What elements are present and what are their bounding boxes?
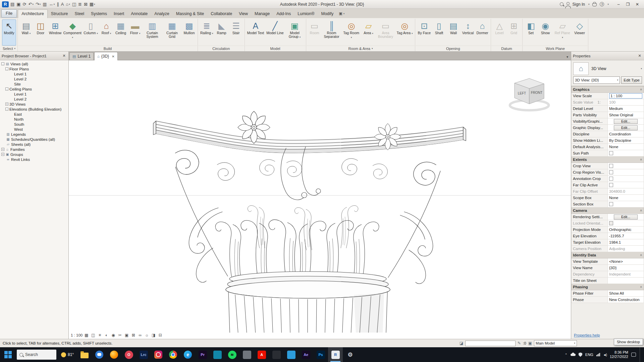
menu-tab-file[interactable]: File [1,9,17,18]
taskbar-search[interactable]: Search [17,350,56,360]
viewcube-left-face[interactable]: LEFT [518,92,526,95]
help-caret-icon[interactable]: ▾ [607,3,609,6]
temporary-hide-isolate-icon[interactable]: ∞ [137,333,143,338]
tool-railing-button[interactable]: ≣Railing ▾ [199,19,214,46]
taskbar-app-lightroom-classic[interactable]: Lrc [136,347,151,362]
dropdown-caret-icon[interactable]: ▾ [72,36,73,39]
tool-by-face-button[interactable]: ⊡By Face [417,19,432,46]
tree-item-views-all[interactable]: -▤Views (all) [0,61,68,66]
prop-value-view-name[interactable]: {3D} [608,265,644,271]
prop-value-far-clip-active[interactable] [608,182,644,188]
volume-icon[interactable]: ◄) [603,353,607,357]
qat-undo-icon[interactable]: ↶▾ [28,1,34,7]
prop-value-show-hidden-li[interactable]: By Discipline [608,137,644,144]
maximize-button[interactable]: ❐ [623,1,633,8]
tool-area-button[interactable]: ▱Area ▾ [362,19,376,46]
type-selector-caret-icon[interactable]: ▾ [617,79,619,81]
checkbox-section-box[interactable] [609,202,613,206]
tab-close-icon[interactable]: ✕ [112,55,114,58]
prop-value-target-elevation[interactable]: 1984.1 [608,239,644,246]
dropdown-caret-icon[interactable]: ▾ [96,32,98,35]
ribbon-display-toggle[interactable]: ▣ ▾ [337,11,346,18]
taskbar-app-photoshop[interactable]: Ps [313,347,328,362]
tool-set-button[interactable]: ◧Set [524,19,538,46]
prop-value-parts-visibility[interactable]: Show Original [608,112,644,118]
taskbar-app-blue-app[interactable] [284,347,299,362]
qat-aligned-dimension-icon[interactable]: ∥ [56,1,59,7]
tree-item-north[interactable]: North [0,117,68,122]
tool-roof-button[interactable]: ⌂Roof ▾ [99,19,113,46]
tree-expander-icon[interactable]: + [1,153,4,156]
tool-model-line-button[interactable]: ╱Model Line [265,19,284,46]
tool-stair-button[interactable]: ☰Stair [229,19,243,46]
panel-toggle-caret-icon[interactable]: ▾ [343,12,345,15]
tree-expander-icon[interactable]: - [5,67,8,70]
tree-expander-icon[interactable]: + [1,148,4,151]
tool-vertical-button[interactable]: ↕Vertical [461,19,475,46]
menu-tab-architecture[interactable]: Architecture [18,9,48,18]
taskbar-app-instagram[interactable] [151,347,166,362]
show-crop-region-icon[interactable]: ▣ [124,333,129,338]
tool-curtain-system-button[interactable]: ▥Curtain System [143,19,162,46]
properties-help-link[interactable]: Properties help [571,331,644,339]
view-tab-level-1[interactable]: ▤Level 1 [69,52,94,60]
menu-tab-lumion[interactable]: Lumion® [294,10,318,18]
tool-curtain-grid-button[interactable]: ▦Curtain Grid [162,19,182,46]
language-indicator[interactable]: ENG [585,353,593,357]
qat-default-3d-view-icon[interactable]: ⌂▾ [65,1,70,7]
tree-item-3d-views[interactable]: +3D Views [0,102,68,107]
tool-mullion-button[interactable]: ▩Mullion [182,19,196,46]
start-button[interactable] [1,347,15,362]
dropdown-caret-icon[interactable]: ▾ [32,3,34,6]
project-browser-close-icon[interactable]: ✕ [61,54,67,58]
tool-tag-room-button[interactable]: ◎Tag Room ▾ [342,19,361,46]
menu-tab-modify[interactable]: Modify [318,10,337,18]
dropdown-caret-icon[interactable]: ▾ [371,32,373,35]
collapse-chevron-icon[interactable]: « [639,88,643,90]
rendering-dialog-icon[interactable]: ◉ [110,333,116,338]
tree-item-east[interactable]: East [0,112,68,117]
tree-item-level-1[interactable]: Level 1 [0,71,68,76]
tool-ramp-button[interactable]: ◣Ramp [215,19,229,46]
prop-value-default-analysis[interactable]: None [608,144,644,150]
taskbar-clock[interactable]: 8:36 PM 12/27/2022 [610,350,628,359]
tool-ceiling-button[interactable]: ▦Ceiling [114,19,128,46]
tool-modify-button[interactable]: ↖Modify [2,19,16,46]
dropdown-caret-icon[interactable]: ▾ [40,3,41,6]
button-graphic-display[interactable]: Edit... [614,125,638,130]
qat-section-icon[interactable]: ◫ [72,1,76,7]
tree-item-families[interactable]: +⌂Families [0,147,68,152]
button-rendering-setti[interactable]: Edit... [614,215,638,220]
project-browser-header[interactable]: Project Browser - Project1 ✕ [0,52,68,60]
tool-model-group-button[interactable]: ▣Model Group ▾ [285,19,305,46]
show-constraints-icon[interactable]: ⊟ [157,333,163,338]
menu-tab-add-ins[interactable]: Add-Ins [273,10,294,18]
prop-value-rendering-setti[interactable]: Edit... [608,214,644,220]
prop-value-crop-region-vis[interactable] [608,169,644,176]
tray-overflow-chevron-icon[interactable]: ⌃ [565,353,567,357]
close-button[interactable]: ✕ [633,1,642,8]
collapse-chevron-icon[interactable]: « [639,286,643,288]
menu-tab-manage[interactable]: Manage [251,10,273,18]
editing-requests-icon[interactable]: ✎ [518,341,521,346]
dropdown-caret-icon[interactable]: ▾ [29,32,31,35]
shadows-icon[interactable]: ◐ [104,333,109,338]
design-options-icon[interactable]: ▣ [528,341,532,346]
menu-tab-collaborate[interactable]: Collaborate [207,10,235,18]
tree-item-site[interactable]: Site [0,81,68,86]
tree-item-groups[interactable]: +▣Groups [0,152,68,157]
prop-value-graphic-display[interactable]: Edit... [608,125,644,131]
taskbar-app-spotify[interactable]: ≋ [225,347,239,362]
collapse-chevron-icon[interactable]: « [639,209,643,212]
dropdown-caret-icon[interactable]: ▾ [139,32,140,35]
minimize-button[interactable]: – [614,1,623,8]
prop-value-view-template[interactable]: <None> [608,258,644,265]
dropdown-caret-icon[interactable]: ▾ [562,36,563,39]
sign-in-caret-icon[interactable]: ▾ [588,3,590,6]
view-scale-control[interactable]: 1 : 100 [71,333,83,337]
checkbox-sun-path[interactable] [609,151,613,155]
prop-section-identity-data[interactable]: Identity Data« [572,252,644,258]
qat-save-icon[interactable]: ▣ [16,1,21,7]
taskbar-app-opera[interactable]: O [121,347,136,362]
qat-thin-lines-icon[interactable]: ≣ [78,1,82,7]
